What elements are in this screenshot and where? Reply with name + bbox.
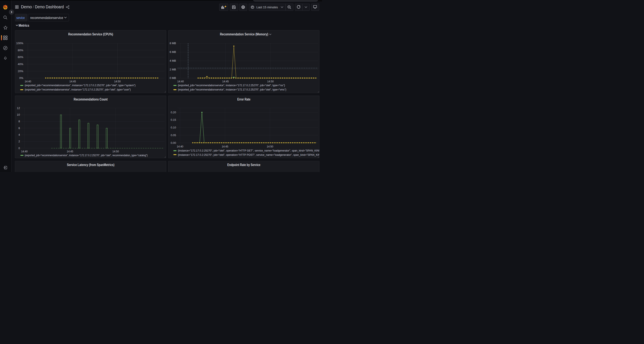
svg-text:/: /	[33, 5, 34, 9]
svg-text:service: service	[16, 16, 25, 20]
svg-text:Demo: Demo	[21, 4, 32, 9]
svg-text:Metrics: Metrics	[18, 23, 29, 27]
svg-text:Last 15 minutes: Last 15 minutes	[256, 5, 278, 9]
svg-text:Demo Dashboard: Demo Dashboard	[35, 4, 64, 9]
svg-text:recommendationservice: recommendationservice	[30, 16, 63, 20]
